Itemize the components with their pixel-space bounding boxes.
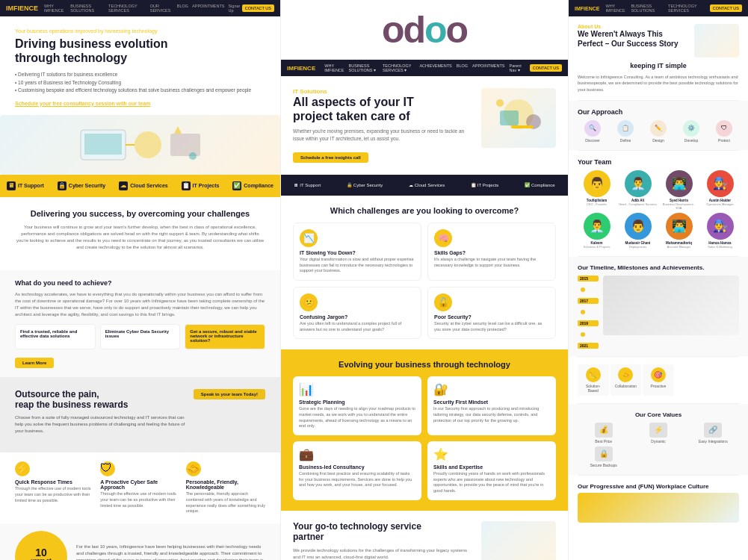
left-nav-signup[interactable]: Signar Up — [228, 4, 241, 13]
left-service-nav: 🖥 IT Support 🔒 Cyber Security ☁ Cloud Se… — [0, 175, 280, 197]
timeline-dot-3 — [581, 332, 585, 337]
delivering-title: Delivering you success, by overcoming yo… — [15, 209, 265, 218]
member-role-5: Deployments — [619, 245, 657, 249]
benefit-personable-title: Personable, Friendly, Knowledgeable — [186, 479, 265, 490]
mid-insights-button[interactable]: Schedule a free insights call — [293, 152, 368, 163]
mid-contact-button[interactable]: CONTACT US — [530, 64, 562, 72]
mid-nav-ach[interactable]: ACHIEVEMENTS — [419, 63, 451, 72]
evolving-card-1: 🔐 Security First Mindset In our Security… — [427, 376, 556, 435]
evolving-title-2: Business-led Consultancy — [299, 464, 415, 470]
core-dynamic: ⚡ Dynamic — [632, 423, 684, 444]
approach-steps: 🔍 Discover 📋 Define ✏️ Design ⚙️ Develop… — [578, 120, 739, 143]
define-circle: 📋 — [617, 120, 634, 137]
svg-point-11 — [496, 99, 504, 107]
evolving-text-3: Proudly combining years of hands on work… — [433, 471, 550, 494]
mid-nav-parent[interactable]: Parent Nav ▾ — [509, 63, 523, 72]
avatar-7: 👨‍🔧 — [707, 213, 734, 240]
design-circle: ✏️ — [650, 120, 667, 137]
svg-rect-1 — [84, 134, 122, 155]
svg-marker-5 — [174, 126, 182, 134]
mid-service-cyber[interactable]: 🔒 Cyber Security — [347, 182, 383, 187]
service-nav-cloud[interactable]: ☁ Cloud Services — [119, 181, 168, 190]
right-values-section: 📐 Solution-Based 🤝 Collaboration 🎯 Proac… — [569, 357, 748, 403]
left-hero-cta[interactable]: Schedule your free consultancy session w… — [15, 101, 265, 106]
timeline-title: Our Timeline, Milestones and Achievement… — [578, 264, 739, 271]
it-hero-svg — [485, 92, 552, 144]
about-header: About Us We Weren't Always This Perfect … — [578, 24, 739, 57]
service-nav-compliance[interactable]: ✅ Compliance — [232, 181, 273, 190]
right-nav-tech[interactable]: TECHNOLOGY SERVICES — [668, 4, 707, 13]
it-solutions-title: All aspects of your IT project taken car… — [293, 95, 474, 123]
best-price-label: Best Price — [578, 439, 629, 444]
evolving-text-0: Gone are the days of needing to align yo… — [299, 406, 415, 429]
mid-service-projects-label: IT Projects — [477, 183, 499, 187]
right-workplace-section: Our Progressive and (FUN) Workplace Cult… — [569, 476, 748, 530]
challenges-title: Which challenges are you looking to over… — [293, 206, 556, 215]
team-member-1: 👨‍💼 Adib Ali Head - Compliance Services — [619, 170, 657, 210]
develop-label: Develop — [683, 138, 699, 143]
mid-nav-tech[interactable]: TECHNOLOGY SERVICES ▾ — [383, 63, 415, 72]
evolving-icon-0: 📊 — [299, 382, 415, 396]
member-role-6: Account Manager — [660, 245, 698, 249]
what-need-card-1: Eliminate Cyber Data Security issues — [100, 324, 181, 349]
challenge-icon-1: 🧠 — [434, 229, 452, 247]
evolving-title: Evolving your business through technolog… — [293, 360, 556, 369]
core-integrations: 🔗 Easy Integrations — [687, 423, 739, 444]
values-row: 📐 Solution-Based 🤝 Collaboration 🎯 Proac… — [578, 364, 739, 396]
mid-service-compliance[interactable]: ✅ Compliance — [525, 182, 555, 187]
mid-service-projects[interactable]: 📋 IT Projects — [471, 182, 499, 187]
mid-service-cyber-icon: 🔒 — [347, 182, 352, 187]
what-need-card-2: Get a secure, robust and stable network … — [185, 324, 265, 349]
speak-button[interactable]: Speak to your team Today! — [194, 389, 265, 399]
left-nav-services[interactable]: OUR SERVICES — [150, 4, 173, 13]
timeline-year-1: 2017 — [578, 298, 599, 304]
evolving-icon-1: 🔐 — [433, 382, 550, 396]
delivering-body: Your business will continue to grow and … — [15, 224, 265, 251]
left-logo: IMFIENCE — [6, 4, 38, 12]
solution-label: Solution-Based — [586, 384, 601, 393]
mid-service-it-label: IT Support — [300, 183, 321, 187]
service-nav-it-support[interactable]: 🖥 IT Support — [7, 181, 44, 190]
service-nav-projects[interactable]: 📋 IT Projects — [182, 181, 220, 190]
evolving-title-1: Security First Mindset — [433, 399, 550, 405]
mid-nav-biz[interactable]: BUSINESS SOLUTIONS ▾ — [349, 63, 378, 72]
mid-nav-why[interactable]: WHY IMFIENCE — [324, 63, 344, 72]
right-contact-button[interactable]: CONTACT US — [710, 4, 742, 12]
mid-service-cloud[interactable]: ☁ Cloud Services — [409, 182, 445, 187]
left-years-badge-section: 10 years of Experience For the last 10 y… — [0, 523, 280, 560]
partner-image — [481, 521, 556, 560]
left-nav-blog[interactable]: BLOG — [177, 4, 188, 13]
approach-title: Our Approach — [578, 108, 739, 116]
partner-title: Your go-to technology service partner — [293, 521, 474, 543]
integrations-icon: 🔗 — [704, 423, 722, 438]
service-nav-cyber[interactable]: 🔒 Cyber Security — [58, 181, 105, 190]
secure-label: Secure Backups — [578, 463, 629, 467]
mid-nav-blog[interactable]: BLOG — [457, 63, 468, 72]
odoo-logo-area: odoo — [281, 0, 568, 60]
team-member-7: 👨‍🔧 Hamza Hamza Sales & Marketing — [701, 213, 739, 249]
design-label: Design — [650, 138, 667, 143]
proactive-label: Proactive — [651, 384, 667, 388]
mid-nav-appt[interactable]: APPOINTMENTS — [472, 63, 504, 72]
integrations-label: Easy Integrations — [687, 439, 739, 444]
svg-rect-10 — [511, 125, 534, 128]
right-nav-biz[interactable]: BUSINESS SOLUTIONS — [631, 4, 666, 13]
challenge-title-3: Poor Security? — [434, 314, 549, 320]
left-nav-tech[interactable]: TECHNOLOGY SERVICES — [108, 4, 146, 13]
left-nav-appt[interactable]: APPOINTMENTS — [192, 4, 224, 13]
avatar-3: 👨‍🔧 — [707, 170, 734, 197]
benefit-personable-text: The personable, friendly approach combin… — [186, 491, 265, 514]
left-nav-biz[interactable]: BUSINESS SOLUTIONS — [70, 4, 105, 13]
evolving-text-2: Combining first best practice and ensuri… — [299, 471, 415, 488]
left-contact-button[interactable]: CONTACT US — [242, 4, 274, 12]
projects-icon: 📋 — [182, 181, 191, 190]
workplace-title: Our Progressive and (FUN) Workplace Cult… — [578, 483, 739, 490]
left-nav-why[interactable]: WHY IMFIENCE — [44, 4, 67, 13]
member-role-3: Operations Manager — [701, 202, 739, 206]
learn-more-button[interactable]: Learn More — [15, 358, 54, 368]
team-member-2: 👨‍💻 Syed Harris Business Development - K… — [660, 170, 698, 210]
mid-service-it[interactable]: 🖥 IT Support — [294, 183, 321, 187]
right-nav-why[interactable]: WHY IMFIENCE — [605, 4, 628, 13]
benefit-cyber-text: Through the effective use of modern tool… — [100, 491, 179, 508]
years-content: For the last 10 years, Infinigeence have… — [76, 544, 265, 560]
